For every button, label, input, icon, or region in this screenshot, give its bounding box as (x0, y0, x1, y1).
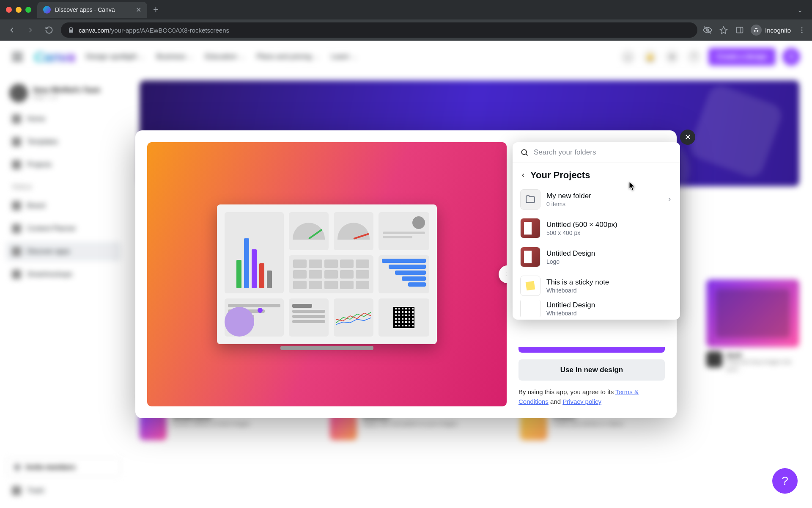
design-thumb-icon (520, 218, 540, 238)
picker-item-whiteboard[interactable]: Untitled Design Whiteboard (513, 300, 680, 317)
dashboard-preview-icon (217, 204, 437, 344)
privacy-link[interactable]: Privacy policy (562, 398, 601, 405)
url-input[interactable]: canva.com/your-apps/AAEwBOC0AX8-rocketsc… (61, 22, 697, 38)
address-bar: canva.com/your-apps/AAEwBOC0AX8-rocketsc… (0, 19, 812, 41)
folder-picker-popover: Your Projects My new folder 0 items (513, 142, 680, 320)
svg-rect-1 (737, 27, 743, 33)
mouse-cursor-icon (629, 182, 636, 191)
incognito-indicator[interactable]: Incognito (751, 25, 791, 36)
new-tab-button[interactable]: + (153, 4, 159, 15)
sticky-note-icon (520, 276, 540, 296)
incognito-icon (751, 25, 762, 36)
kebab-menu-icon[interactable] (797, 25, 807, 35)
back-button[interactable] (5, 23, 19, 37)
tab-title: Discover apps - Canva (55, 6, 132, 13)
chevron-right-icon (667, 196, 672, 202)
svg-point-5 (521, 149, 527, 155)
bookmark-star-icon[interactable] (719, 25, 729, 35)
picker-item-design-1[interactable]: Untitled (500 × 400px) 500 x 400 px (513, 214, 680, 243)
close-window-icon[interactable] (6, 7, 12, 13)
carousel-next-button[interactable] (499, 265, 507, 283)
search-icon (520, 148, 529, 157)
incognito-label: Incognito (765, 27, 791, 34)
help-fab-button[interactable]: ? (772, 468, 798, 494)
picker-title: Your Projects (530, 170, 590, 181)
sidepanel-icon[interactable] (735, 25, 745, 35)
picker-item-design-2[interactable]: Untitled Design Logo (513, 243, 680, 271)
app-install-modal: ✕ (135, 130, 677, 418)
window-controls[interactable] (6, 7, 31, 13)
reload-button[interactable] (42, 23, 56, 37)
window-titlebar: Discover apps - Canva ✕ + ⌄ (0, 0, 812, 19)
modal-preview (147, 142, 507, 406)
minimize-window-icon[interactable] (16, 7, 22, 13)
tab-close-icon[interactable]: ✕ (136, 6, 141, 14)
tab-favicon-icon (43, 6, 51, 14)
legal-text: By using this app, you agree to its Term… (518, 387, 665, 406)
maximize-window-icon[interactable] (25, 7, 31, 13)
lock-icon (68, 27, 74, 33)
svg-point-2 (801, 27, 803, 28)
use-existing-button[interactable] (518, 347, 665, 353)
folder-search-input[interactable] (534, 148, 672, 157)
browser-tab[interactable]: Discover apps - Canva ✕ (37, 2, 147, 18)
blank-thumb-icon (520, 300, 540, 317)
design-thumb-icon (520, 247, 540, 267)
folder-icon (520, 189, 540, 210)
modal-close-button[interactable]: ✕ (680, 130, 695, 145)
svg-point-4 (801, 32, 803, 33)
eye-off-icon[interactable] (702, 25, 713, 35)
svg-point-3 (801, 30, 803, 31)
forward-button (24, 23, 37, 37)
picker-item-folder[interactable]: My new folder 0 items (513, 185, 680, 214)
picker-back-button[interactable] (520, 172, 526, 178)
tab-overflow-icon[interactable]: ⌄ (794, 6, 806, 14)
use-new-design-button[interactable]: Use in new design (518, 359, 665, 381)
url-text: canva.com/your-apps/AAEwBOC0AX8-rocketsc… (79, 27, 229, 34)
picker-item-sticky[interactable]: This is a sticky note Whiteboard (513, 271, 680, 300)
